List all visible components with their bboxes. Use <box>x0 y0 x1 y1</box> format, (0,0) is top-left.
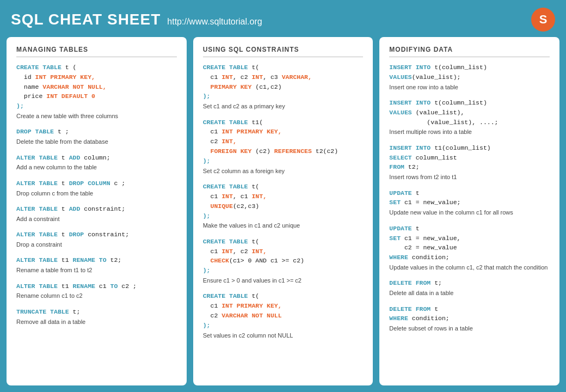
panel-modifying-data: MODIFYING DATA INSERT INTO t(column_list… <box>379 37 559 385</box>
section-constraint-fk: CREATE TABLE t1( c1 INT PRIMARY KEY, c2 … <box>203 118 364 175</box>
code-delete-where: DELETE FROM t WHERE condition; <box>389 304 550 324</box>
desc-alter-drop-col: Drop column c from the table <box>16 189 177 198</box>
panel-title-managing-tables: MANAGING TABLES <box>16 46 177 57</box>
desc-constraint-pk: Set c1 and c2 as a primary key <box>203 102 364 111</box>
desc-insert-single: Insert one row into a table <box>389 83 550 91</box>
code-alter-drop-col: ALTER TABLE t DROP COLUMN c ; <box>16 179 177 188</box>
page-header: SQL CHEAT SHEET http://www.sqltutorial.o… <box>0 0 566 37</box>
section-constraint-unique: CREATE TABLE t( c1 INT, c1 INT, UNIQUE(c… <box>203 182 364 230</box>
code-constraint-check: CREATE TABLE t( c1 INT, c2 INT, CHECK(c1… <box>203 237 364 275</box>
section-insert-multi: INSERT INTO t(column_list) VALUES (value… <box>389 98 550 137</box>
desc-delete-where: Delete subset of rows in a table <box>389 324 550 333</box>
section-update-where: UPDATE t SET c1 = new_value, c2 = new_va… <box>389 224 550 272</box>
section-insert-single: INSERT INTO t(column_list) VALUES(value_… <box>389 63 550 91</box>
code-constraint-notnull: CREATE TABLE t( c1 INT PRIMARY KEY, c2 V… <box>203 291 364 330</box>
page-title: SQL CHEAT SHEET <box>11 11 161 28</box>
desc-constraint-unique: Make the values in c1 and c2 unique <box>203 222 364 230</box>
section-create-table-1: CREATE TABLE t ( id INT PRIMARY KEY, nam… <box>16 63 177 120</box>
section-alter-drop-constraint: ALTER TABLE t DROP constraint; Drop a co… <box>16 230 177 249</box>
desc-alter-add-col: Add a new column to the table <box>16 163 177 171</box>
code-update-where: UPDATE t SET c1 = new_value, c2 = new_va… <box>389 224 550 262</box>
code-constraint-pk: CREATE TABLE t( c1 INT, c2 INT, c3 VARCH… <box>203 63 364 101</box>
section-alter-rename-col: ALTER TABLE t1 RENAME c1 TO c2 ; Rename … <box>16 281 177 301</box>
code-insert-single: INSERT INTO t(column_list) VALUES(value_… <box>389 63 550 82</box>
code-insert-multi: INSERT INTO t(column_list) VALUES (value… <box>389 98 550 127</box>
section-update-all: UPDATE t SET c1 = new_value; Update new … <box>389 188 550 217</box>
code-alter-add-col: ALTER TABLE t ADD column; <box>16 153 177 163</box>
section-alter-drop-col: ALTER TABLE t DROP COLUMN c ; Drop colum… <box>16 179 177 198</box>
desc-update-where: Update values in the column c1, c2 that … <box>389 264 550 272</box>
desc-alter-add-constraint: Add a constraint <box>16 215 177 223</box>
desc-insert-multi: Insert multiple rows into a table <box>389 128 550 136</box>
code-alter-rename-col: ALTER TABLE t1 RENAME c1 TO c2 ; <box>16 281 177 291</box>
section-insert-select: INSERT INTO t1(column_list) SELECT colum… <box>389 143 550 182</box>
desc-delete-all: Delete all data in a table <box>389 289 550 297</box>
header-left: SQL CHEAT SHEET http://www.sqltutorial.o… <box>11 11 262 28</box>
section-delete-all: DELETE FROM t; Delete all data in a tabl… <box>389 278 550 297</box>
panel-managing-tables: MANAGING TABLES CREATE TABLE t ( id INT … <box>7 37 187 385</box>
desc-insert-select: Insert rows from t2 into t1 <box>389 173 550 181</box>
section-drop-table: DROP TABLE t ; Delete the table from the… <box>16 127 177 146</box>
site-logo: S <box>531 8 555 32</box>
desc-constraint-check: Ensure c1 > 0 and values in c1 >= c2 <box>203 277 364 285</box>
desc-create-table-1: Create a new table with three columns <box>16 112 177 120</box>
desc-update-all: Update new value in the column c1 for al… <box>389 209 550 217</box>
code-alter-drop-constraint: ALTER TABLE t DROP constraint; <box>16 230 177 240</box>
code-constraint-fk: CREATE TABLE t1( c1 INT PRIMARY KEY, c2 … <box>203 118 364 166</box>
code-delete-all: DELETE FROM t; <box>389 278 550 288</box>
panel-title-sql-constraints: USING SQL CONSTRAINTS <box>203 46 364 57</box>
code-drop-table: DROP TABLE t ; <box>16 127 177 137</box>
desc-alter-rename-col: Rename column c1 to c2 <box>16 292 177 300</box>
section-delete-where: DELETE FROM t WHERE condition; Delete su… <box>389 304 550 333</box>
desc-alter-rename-table: Rename a table from t1 to t2 <box>16 266 177 274</box>
content-area: MANAGING TABLES CREATE TABLE t ( id INT … <box>0 37 566 392</box>
header-url: http://www.sqltutorial.org <box>167 17 262 27</box>
desc-constraint-notnull: Set values in c2 column not NULL <box>203 332 364 340</box>
section-alter-add-constraint: ALTER TABLE t ADD constraint; Add a cons… <box>16 204 177 223</box>
desc-drop-table: Delete the table from the database <box>16 138 177 146</box>
desc-truncate: Remove all data in a table <box>16 318 177 326</box>
section-alter-rename-table: ALTER TABLE t1 RENAME TO t2; Rename a ta… <box>16 255 177 274</box>
code-alter-add-constraint: ALTER TABLE t ADD constraint; <box>16 204 177 214</box>
section-truncate: TRUNCATE TABLE t; Remove all data in a t… <box>16 307 177 326</box>
section-constraint-notnull: CREATE TABLE t( c1 INT PRIMARY KEY, c2 V… <box>203 291 364 340</box>
code-update-all: UPDATE t SET c1 = new_value; <box>389 188 550 208</box>
code-create-table-1: CREATE TABLE t ( id INT PRIMARY KEY, nam… <box>16 63 177 111</box>
desc-constraint-fk: Set c2 column as a foreign key <box>203 167 364 175</box>
code-alter-rename-table: ALTER TABLE t1 RENAME TO t2; <box>16 255 177 265</box>
section-constraint-pk: CREATE TABLE t( c1 INT, c2 INT, c3 VARCH… <box>203 63 364 111</box>
code-constraint-unique: CREATE TABLE t( c1 INT, c1 INT, UNIQUE(c… <box>203 182 364 220</box>
section-alter-add-col: ALTER TABLE t ADD column; Add a new colu… <box>16 153 177 172</box>
section-constraint-check: CREATE TABLE t( c1 INT, c2 INT, CHECK(c1… <box>203 237 364 285</box>
code-insert-select: INSERT INTO t1(column_list) SELECT colum… <box>389 143 550 172</box>
panel-sql-constraints: USING SQL CONSTRAINTS CREATE TABLE t( c1… <box>193 37 373 385</box>
desc-alter-drop-constraint: Drop a constraint <box>16 241 177 249</box>
code-truncate: TRUNCATE TABLE t; <box>16 307 177 317</box>
panel-title-modifying-data: MODIFYING DATA <box>389 46 550 57</box>
